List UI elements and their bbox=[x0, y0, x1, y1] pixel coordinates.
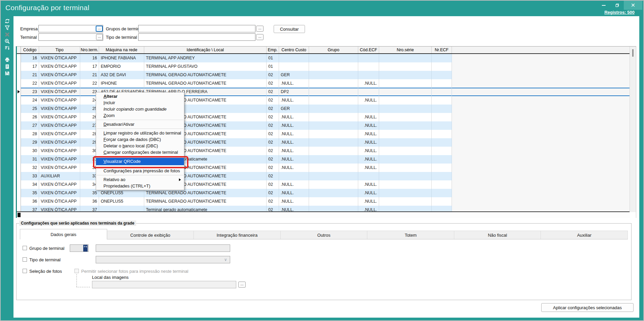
local-imagens-browse-button[interactable]: ... bbox=[238, 282, 246, 288]
terminal-browse-button[interactable]: ... bbox=[96, 34, 103, 40]
menu-item-deletar-o-banco-local-dbc[interactable]: Deletar o banco local (DBC) bbox=[96, 143, 184, 149]
consultar-button[interactable]: Consultar bbox=[274, 25, 305, 33]
tipo-terminal-combo[interactable] bbox=[96, 256, 230, 263]
column-header-codigo[interactable]: Código bbox=[21, 47, 39, 53]
column-header-centro[interactable]: Centro Custo bbox=[279, 47, 309, 53]
table-row[interactable]: 17VIXEN ÓTICA APP17EMPORIOTERMINAL APP G… bbox=[17, 62, 630, 71]
menu-item-alterar[interactable]: Alterar bbox=[96, 93, 184, 99]
cell-codecf bbox=[358, 172, 379, 180]
cell-centro: .NULL. bbox=[279, 147, 309, 155]
refresh-icon[interactable] bbox=[3, 18, 11, 24]
zoom-icon[interactable] bbox=[3, 38, 11, 45]
f4-lookup-badge[interactable]: F4 bbox=[83, 245, 88, 252]
grupos-input[interactable] bbox=[138, 25, 255, 32]
cell-emp: 02 bbox=[267, 172, 279, 180]
grupo-name-input[interactable] bbox=[96, 244, 230, 252]
tab-n-o-fiscal[interactable]: Não fiscal bbox=[454, 231, 541, 239]
cell-grupo bbox=[309, 206, 358, 211]
column-header-grupo[interactable]: Grupo bbox=[309, 47, 358, 53]
cell-centro: .NULL. bbox=[279, 197, 309, 206]
column-header-ident[interactable]: Identificação \ Local bbox=[144, 47, 267, 53]
table-row[interactable]: 21VIXEN ÓTICA APP21A32 DE DAVITERMINAL G… bbox=[17, 71, 630, 79]
table-row[interactable]: 36VIXEN ÓTICA APP36ONEPLUS5TERMINAL GERA… bbox=[17, 197, 630, 206]
close-button[interactable]: ✕ bbox=[624, 1, 642, 10]
cell-codigo: 28 bbox=[21, 130, 39, 138]
cell-nroterm: 17 bbox=[80, 62, 99, 71]
column-header-nroserie[interactable]: Nro.série bbox=[379, 47, 432, 53]
tab-auxiliar[interactable]: Auxiliar bbox=[541, 231, 628, 239]
menu-item-incluir-copiando-com-quantidade[interactable]: Incluir copiando com quantidade bbox=[96, 106, 184, 112]
minimize-button[interactable] bbox=[597, 1, 610, 10]
cell-nroserie bbox=[379, 71, 432, 79]
cell-emp: 02 bbox=[267, 180, 279, 189]
cell-tipo: VIXEN ÓTICA APP bbox=[39, 130, 80, 138]
filter-icon[interactable] bbox=[3, 25, 11, 31]
column-header-nroterm[interactable]: Nro.term. bbox=[80, 47, 99, 53]
empresa-browse-button[interactable]: ... bbox=[96, 26, 103, 32]
grupo-terminal-checkbox[interactable] bbox=[23, 246, 27, 250]
restore-button[interactable] bbox=[610, 1, 624, 10]
sort-icon[interactable] bbox=[3, 45, 11, 51]
cell-codecf: .NULL. bbox=[358, 113, 379, 121]
cell-grupo bbox=[309, 180, 358, 189]
horizontal-scrollbar[interactable] bbox=[17, 211, 630, 218]
cell-emp: 02 bbox=[267, 206, 279, 211]
column-header-maquina[interactable]: Máquina na rede bbox=[99, 47, 144, 53]
menu-item-limpar-registro-de-utiliza-o-do-terminal[interactable]: Limpar registro de utilização do termina… bbox=[96, 130, 184, 136]
cell-grupo bbox=[309, 121, 358, 130]
horizontal-scrollbar-thumb[interactable] bbox=[18, 213, 21, 217]
table-row[interactable]: 37VIXEN ÓTICA APP37Terminal gerado autom… bbox=[17, 206, 630, 211]
clear-filter-icon[interactable] bbox=[3, 31, 11, 38]
menu-item-for-ar-carga-de-dados-dbc[interactable]: Forçar carga de dados (DBC) bbox=[96, 136, 184, 143]
menu-item-desativar-ativar[interactable]: Desativar/Ativar bbox=[96, 121, 184, 127]
tab-integra-o-financeira[interactable]: Integração financeira bbox=[194, 231, 281, 239]
column-header-nrecf[interactable]: Nr.ECF bbox=[432, 47, 452, 53]
menu-item-incluir[interactable]: Incluir bbox=[96, 99, 184, 106]
print-icon[interactable] bbox=[3, 57, 11, 63]
terminal-input[interactable] bbox=[38, 33, 103, 41]
apply-button[interactable]: Aplicar configurações selecionadas bbox=[541, 303, 634, 312]
cell-nroterm: 37 bbox=[80, 206, 99, 211]
table-row[interactable]: 22VIXEN ÓTICA APP22IPHONETERMINAL GERADO… bbox=[17, 79, 630, 88]
menu-item-propriedades-ctrl-t[interactable]: Propriedades (CTRL+T) bbox=[96, 183, 184, 189]
tab-controle-de-exibi-o[interactable]: Controle de exibição bbox=[107, 231, 194, 239]
grupos-browse-button[interactable]: ... bbox=[256, 26, 264, 32]
vertical-scrollbar-thumb[interactable] bbox=[632, 49, 634, 57]
menu-item-visualizar-qrcode[interactable]: Visualizar QRCode bbox=[96, 158, 184, 165]
column-header-emp[interactable]: Emp. bbox=[267, 47, 279, 53]
tipo-terminal-input[interactable] bbox=[138, 33, 255, 41]
save-icon[interactable] bbox=[3, 70, 11, 77]
menu-item-carregar-configura-es-deste-terminal[interactable]: Carregar configurações deste terminal bbox=[96, 149, 184, 155]
cell-nrecf bbox=[432, 113, 452, 121]
column-header-tipo[interactable]: Tipo bbox=[39, 47, 80, 53]
column-header-codecf[interactable]: Cód.ECF bbox=[358, 47, 379, 53]
tab-dados-gerais[interactable]: Dados gerais bbox=[20, 229, 107, 239]
report-icon[interactable] bbox=[3, 63, 11, 70]
cell-centro: .NULL. bbox=[279, 96, 309, 105]
tab-totem[interactable]: Totem bbox=[367, 231, 454, 239]
menu-item-configura-es-para-impress-o-de-fotos[interactable]: Configurações para impressão de fotos bbox=[96, 168, 184, 174]
cell-codecf: .NULL. bbox=[358, 155, 379, 164]
cell-centro bbox=[279, 62, 309, 71]
local-imagens-input[interactable] bbox=[92, 281, 236, 288]
menu-item-zoom[interactable]: Zoom bbox=[96, 112, 184, 119]
vertical-scrollbar[interactable] bbox=[630, 47, 636, 212]
cell-nroterm: 21 bbox=[80, 71, 99, 79]
cell-codigo: 33 bbox=[21, 172, 39, 180]
cell-tipo: VIXEN ÓTICA APP bbox=[39, 71, 80, 79]
tipo-terminal-panel-label: Tipo de terminal bbox=[29, 257, 61, 262]
cell-nrecf bbox=[432, 105, 452, 113]
tab-outros[interactable]: Outros bbox=[281, 231, 368, 239]
permitir-fotos-checkbox[interactable] bbox=[74, 269, 79, 273]
selecao-fotos-checkbox[interactable] bbox=[23, 269, 27, 273]
cell-ident: TERMINAL APP ANDREY bbox=[144, 54, 267, 62]
table-row[interactable]: 16VIXEN ÓTICA APP16IPHONE FABIANATERMINA… bbox=[17, 54, 630, 62]
tipo-terminal-checkbox[interactable] bbox=[23, 257, 27, 262]
menu-item-relativo-ao[interactable]: Relativo ao bbox=[96, 176, 184, 183]
cell-centro: .NULL. bbox=[279, 155, 309, 164]
cell-codigo: 29 bbox=[21, 138, 39, 147]
row-gutter bbox=[17, 206, 21, 211]
tipo-terminal-browse-button[interactable]: ... bbox=[256, 34, 264, 40]
empresa-input[interactable] bbox=[38, 25, 103, 32]
cell-nroterm: 16 bbox=[80, 54, 99, 62]
